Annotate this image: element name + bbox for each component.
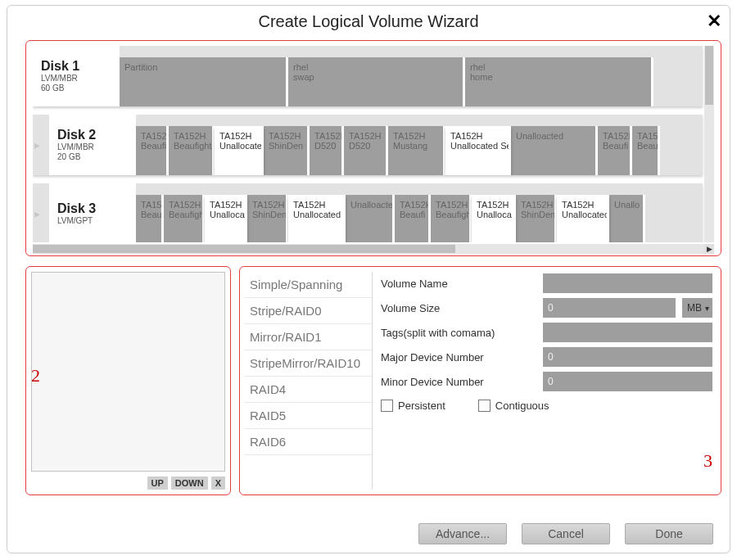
partition-block[interactable]: TA152HBeau: [632, 126, 660, 175]
partition-block[interactable]: TA152HD520: [310, 126, 344, 175]
partition-label-line1: TA152H: [562, 200, 604, 210]
partition-block[interactable]: TA152HUnallocated: [557, 195, 609, 242]
partition-block[interactable]: TA152HUnallocated: [288, 195, 346, 242]
partition-block[interactable]: TA152HShinDen: [264, 126, 310, 175]
raid-type-option[interactable]: StripeMirror/RAID10: [245, 350, 372, 377]
partition-label-line1: TA152H: [314, 131, 338, 141]
cancel-button[interactable]: Cancel: [522, 523, 610, 544]
disks-panel: 1 ▸Disk 1 LVM/MBR 60 GBPartitionrhelswap…: [25, 40, 721, 256]
persistent-label: Persistent: [398, 400, 445, 412]
disk-row[interactable]: ▸Disk 3 LVM/GPT TA152HBeaufTA152HBeaufig…: [33, 183, 703, 242]
partition-label-line1: TA152H: [400, 200, 425, 210]
partition-block[interactable]: TA152HBeaufight: [164, 195, 205, 242]
disk-header[interactable]: Disk 1 LVM/MBR 60 GB: [33, 46, 120, 106]
partition-label-line1: rhel: [470, 62, 648, 72]
partition-label-line1: TA152H: [174, 131, 209, 141]
partition-label-line2: home: [470, 72, 648, 82]
minor-device-input[interactable]: [543, 372, 712, 391]
raid-type-list: Simple/SpanningStripe/RAID0Mirror/RAID1S…: [245, 272, 373, 490]
partition-block[interactable]: TA152HBeaufi: [395, 195, 431, 242]
dialog-footer: Advance... Cancel Done: [7, 517, 730, 553]
titlebar: Create Logical Volume Wizard ✕: [7, 6, 730, 37]
advance-button[interactable]: Advance...: [418, 523, 507, 544]
partition-label-line1: TA152H: [521, 200, 551, 210]
partition-block[interactable]: TA152HBeaufi: [598, 126, 632, 175]
disk-header[interactable]: Disk 2 LVM/MBR 20 GB: [49, 115, 136, 175]
partition-label-line1: TA152H: [637, 131, 654, 141]
partition-label-line2: ShinDen: [269, 141, 304, 151]
disk-type: LVM/MBR: [41, 74, 111, 84]
disk-row[interactable]: ▸Disk 1 LVM/MBR 60 GBPartitionrhelswaprh…: [33, 46, 703, 106]
partition-label-line2: Mustang: [393, 141, 440, 151]
checkbox-icon: [478, 400, 491, 412]
tags-label: Tags(split with comama): [381, 327, 536, 339]
partition-block[interactable]: TA152HUnalloca: [205, 195, 247, 242]
partition-label-line1: TA152H: [141, 200, 158, 210]
volume-name-label: Volume Name: [381, 278, 536, 290]
partition-label-line1: Unallo: [614, 200, 640, 210]
partition-block[interactable]: TA152HShinDen: [516, 195, 557, 242]
scroll-right-icon[interactable]: ▶: [704, 244, 714, 254]
raid-type-option[interactable]: RAID6: [245, 429, 372, 455]
persistent-checkbox[interactable]: Persistent: [381, 400, 445, 412]
partition-label-line2: Unalloca: [477, 210, 510, 219]
partition-block[interactable]: Unallo: [609, 195, 645, 242]
tags-input[interactable]: [543, 323, 712, 342]
partition-block[interactable]: Unalloacted: [511, 126, 598, 175]
disk-row[interactable]: ▸Disk 2 LVM/MBR 20 GBTA152HBeaufiTA152HB…: [33, 115, 703, 175]
volume-size-unit-select[interactable]: MB ▾: [682, 298, 712, 318]
partition-block[interactable]: TA152HBeaufight: [431, 195, 472, 242]
partition-label-line1: Unalloacted: [516, 131, 592, 141]
partition-label-line2: Beaufight: [169, 210, 199, 219]
move-down-button[interactable]: DOWN: [171, 476, 208, 490]
partition-label-line2: Beauf: [141, 210, 158, 219]
close-icon[interactable]: ✕: [707, 11, 721, 32]
disk-size: 60 GB: [41, 84, 111, 93]
partition-block[interactable]: rhelswap: [288, 57, 465, 106]
disk-type: LVM/GPT: [57, 216, 128, 226]
volume-size-input[interactable]: [543, 298, 676, 318]
partition-label-line1: TA152H: [141, 131, 163, 141]
disk-name: Disk 1: [41, 59, 111, 74]
partition-label-line2: Beaufight: [436, 210, 466, 219]
partition-block[interactable]: TA152HBeauf: [136, 195, 164, 242]
partition-block[interactable]: TA152HUnallocated: [215, 126, 264, 175]
partition-label-line1: TA152H: [349, 131, 382, 141]
partition-label-line2: D520: [349, 141, 382, 151]
volume-name-input[interactable]: [543, 273, 712, 293]
remove-button[interactable]: X: [211, 476, 225, 490]
raid-type-option[interactable]: Mirror/RAID1: [245, 324, 372, 350]
panel-label-2: 2: [31, 365, 40, 386]
done-button[interactable]: Done: [625, 523, 713, 544]
raid-type-option[interactable]: RAID5: [245, 403, 372, 429]
horizontal-scrollbar[interactable]: ▶: [33, 244, 714, 254]
partition-block[interactable]: TA152HBeaufi: [136, 126, 169, 175]
partition-block[interactable]: rhelhome: [465, 57, 653, 106]
volume-form-panel: 3 Simple/SpanningStripe/RAID0Mirror/RAID…: [239, 266, 721, 495]
expand-icon[interactable]: ▸: [34, 207, 40, 220]
partition-block[interactable]: Unalloacted: [346, 195, 395, 242]
disk-type: LVM/MBR: [57, 142, 128, 152]
expand-icon[interactable]: ▸: [34, 138, 40, 151]
raid-type-option[interactable]: Simple/Spanning: [245, 272, 372, 298]
raid-type-option[interactable]: RAID4: [245, 377, 372, 403]
partition-label-line2: Unallocated: [293, 210, 340, 219]
partitions-strip: TA152HBeaufTA152HBeaufightTA152HUnalloca…: [136, 195, 703, 242]
partitions-strip: Partitionrhelswaprhelhome: [120, 57, 703, 106]
major-device-input[interactable]: [543, 347, 712, 367]
disk-header[interactable]: Disk 3 LVM/GPT: [49, 183, 136, 242]
partition-label-line2: Beaufi: [400, 210, 425, 219]
move-up-button[interactable]: UP: [147, 476, 168, 490]
partition-block[interactable]: TA152HUnallocated Se: [445, 126, 511, 175]
partition-block[interactable]: TA152HUnalloca: [472, 195, 516, 242]
partition-block[interactable]: TA152HMustang: [388, 126, 445, 175]
partition-block[interactable]: Partition: [120, 57, 288, 106]
partition-label-line1: TA152H: [436, 200, 466, 210]
partition-block[interactable]: TA152HShinDen: [247, 195, 288, 242]
partition-block[interactable]: TA152HD520: [344, 126, 388, 175]
raid-type-option[interactable]: Stripe/RAID0: [245, 298, 372, 324]
selected-extents-listbox[interactable]: [31, 272, 225, 472]
contiguous-checkbox[interactable]: Contiguous: [478, 400, 549, 412]
vertical-scrollbar[interactable]: [704, 46, 714, 242]
partition-block[interactable]: TA152HBeaufighter: [169, 126, 215, 175]
